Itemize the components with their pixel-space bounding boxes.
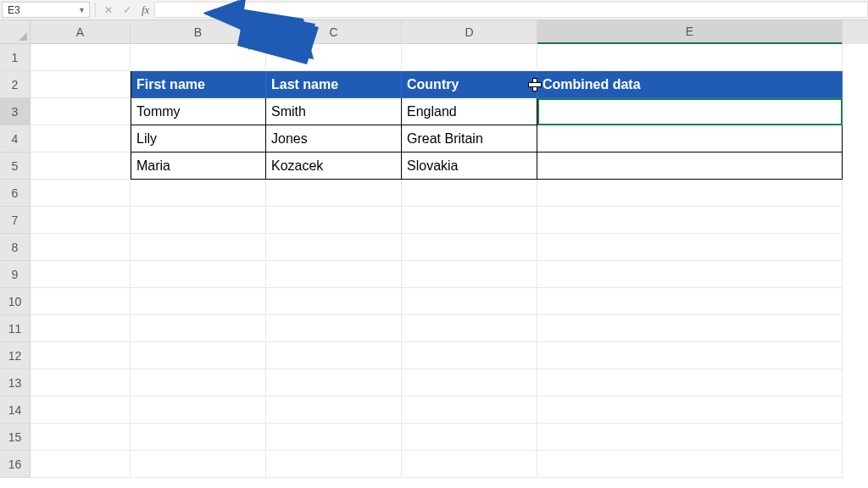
row-head-5[interactable]: 5 <box>0 152 31 180</box>
col-head-C[interactable]: C <box>266 20 402 44</box>
cell-A13[interactable] <box>31 369 131 396</box>
cell-E13[interactable] <box>537 369 843 396</box>
cell-A4[interactable] <box>31 125 131 152</box>
cell-A6[interactable] <box>31 180 131 207</box>
cell-D15[interactable] <box>402 424 537 451</box>
cell-D16[interactable] <box>402 451 537 478</box>
cell-B1[interactable] <box>131 44 266 71</box>
cell-C11[interactable] <box>266 315 402 342</box>
cell-A11[interactable] <box>31 315 131 342</box>
cell-A5[interactable] <box>31 152 131 180</box>
cell-D5[interactable]: Slovakia <box>402 152 537 180</box>
row-head-16[interactable]: 16 <box>0 451 31 478</box>
cell-A7[interactable] <box>31 207 131 234</box>
cell-B9[interactable] <box>131 261 266 288</box>
cell-C7[interactable] <box>266 207 402 234</box>
cell-B8[interactable] <box>131 234 266 261</box>
row-head-10[interactable]: 10 <box>0 288 31 315</box>
cell-D7[interactable] <box>402 207 537 234</box>
cell-B5[interactable]: Maria <box>131 152 266 180</box>
row-head-13[interactable]: 13 <box>0 369 31 396</box>
cell-D12[interactable] <box>402 342 537 369</box>
cell-E2[interactable]: Combined data <box>537 71 843 98</box>
cell-C4[interactable]: Jones <box>266 125 402 152</box>
cell-D4[interactable]: Great Britain <box>402 125 537 152</box>
cell-D11[interactable] <box>402 315 537 342</box>
cell-B14[interactable] <box>131 396 266 424</box>
cell-E3[interactable] <box>537 98 843 125</box>
name-box[interactable]: E3 ▼ <box>2 2 90 18</box>
cell-C1[interactable] <box>266 44 402 71</box>
cell-C12[interactable] <box>266 342 402 369</box>
col-head-D[interactable]: D <box>402 20 537 44</box>
name-box-dropdown-icon[interactable]: ▼ <box>78 6 86 14</box>
cell-A12[interactable] <box>31 342 131 369</box>
cell-D8[interactable] <box>402 234 537 261</box>
cell-D9[interactable] <box>402 261 537 288</box>
col-head-B[interactable]: B <box>131 20 266 44</box>
cell-D14[interactable] <box>402 396 537 424</box>
cell-C10[interactable] <box>266 288 402 315</box>
cell-E16[interactable] <box>537 451 843 478</box>
cell-B7[interactable] <box>131 207 266 234</box>
cell-E14[interactable] <box>537 396 843 424</box>
cell-A8[interactable] <box>31 234 131 261</box>
row-head-1[interactable]: 1 <box>0 44 31 71</box>
row-head-9[interactable]: 9 <box>0 261 31 288</box>
cell-E1[interactable] <box>537 44 843 71</box>
cell-D6[interactable] <box>402 180 537 207</box>
cell-E8[interactable] <box>537 234 843 261</box>
cell-A1[interactable] <box>31 44 131 71</box>
cell-D3[interactable]: England <box>402 98 537 125</box>
cell-C16[interactable] <box>266 451 402 478</box>
row-head-11[interactable]: 11 <box>0 315 31 342</box>
cell-C2[interactable]: Last name <box>266 71 402 98</box>
row-head-8[interactable]: 8 <box>0 234 31 261</box>
cell-A15[interactable] <box>31 424 131 451</box>
col-head-E[interactable]: E <box>537 20 843 44</box>
cell-E7[interactable] <box>537 207 843 234</box>
row-head-14[interactable]: 14 <box>0 396 31 424</box>
cells-area[interactable]: First name Last name Country Combined da… <box>31 44 868 478</box>
cell-D13[interactable] <box>402 369 537 396</box>
cell-D10[interactable] <box>402 288 537 315</box>
cell-E9[interactable] <box>537 261 843 288</box>
row-head-12[interactable]: 12 <box>0 342 31 369</box>
cell-B13[interactable] <box>131 369 266 396</box>
cell-B6[interactable] <box>131 180 266 207</box>
row-head-2[interactable]: 2 <box>0 71 31 98</box>
row-head-4[interactable]: 4 <box>0 125 31 152</box>
cell-B10[interactable] <box>131 288 266 315</box>
row-head-6[interactable]: 6 <box>0 180 31 207</box>
cell-B4[interactable]: Lily <box>131 125 266 152</box>
cell-B16[interactable] <box>131 451 266 478</box>
cell-A2[interactable] <box>31 71 131 98</box>
cell-E11[interactable] <box>537 315 843 342</box>
cell-D2[interactable]: Country <box>402 71 537 98</box>
cell-B11[interactable] <box>131 315 266 342</box>
cell-E10[interactable] <box>537 288 843 315</box>
cell-C13[interactable] <box>266 369 402 396</box>
fx-icon[interactable]: fx <box>142 3 149 17</box>
cell-C9[interactable] <box>266 261 402 288</box>
cell-E5[interactable] <box>537 152 843 180</box>
cell-A9[interactable] <box>31 261 131 288</box>
cell-C6[interactable] <box>266 180 402 207</box>
cell-A16[interactable] <box>31 451 131 478</box>
cell-A14[interactable] <box>31 396 131 424</box>
cell-D1[interactable] <box>402 44 537 71</box>
row-head-7[interactable]: 7 <box>0 207 31 234</box>
cell-E6[interactable] <box>537 180 843 207</box>
row-head-15[interactable]: 15 <box>0 424 31 451</box>
cell-C3[interactable]: Smith <box>266 98 402 125</box>
cell-E4[interactable] <box>537 125 843 152</box>
cell-C14[interactable] <box>266 396 402 424</box>
select-all-corner[interactable] <box>0 20 31 44</box>
cell-A10[interactable] <box>31 288 131 315</box>
cell-B12[interactable] <box>131 342 266 369</box>
cell-C8[interactable] <box>266 234 402 261</box>
cell-B2[interactable]: First name <box>131 71 266 98</box>
cell-B15[interactable] <box>131 424 266 451</box>
cell-C15[interactable] <box>266 424 402 451</box>
cell-C5[interactable]: Kozacek <box>266 152 402 180</box>
